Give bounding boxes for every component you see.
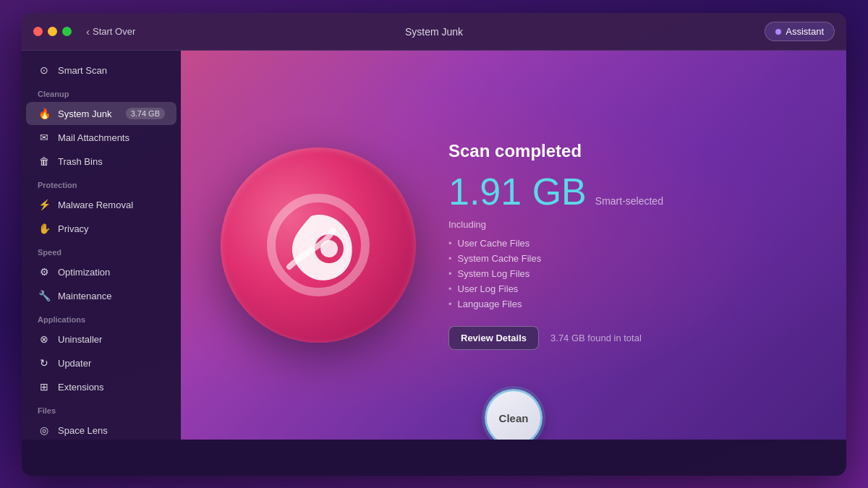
- sidebar-label-smart-scan: Smart Scan: [58, 65, 107, 76]
- maximize-button[interactable]: [62, 27, 72, 36]
- list-item: User Cache Files: [448, 236, 796, 251]
- assistant-dot-icon: [775, 29, 781, 35]
- chevron-left-icon: ‹: [86, 25, 90, 38]
- sidebar-item-maintenance[interactable]: 🔧 Maintenance: [26, 284, 176, 307]
- section-label-protection: Protection: [22, 174, 181, 192]
- content-row: Scan completed 1.91 GB Smart-selected In…: [181, 127, 846, 364]
- section-label-applications: Applications: [22, 308, 181, 327]
- traffic-lights: [33, 27, 72, 36]
- sidebar-label-mail: Mail Attachments: [58, 132, 129, 143]
- sidebar-item-extensions[interactable]: ⊞ Extensions: [26, 375, 176, 398]
- optimization-icon: ⚙: [38, 265, 51, 278]
- window-title: System Junk: [405, 26, 463, 38]
- list-item: System Log Files: [448, 266, 796, 281]
- app-logo-svg: [257, 184, 380, 307]
- titlebar: ‹ Start Over System Junk Assistant: [22, 13, 846, 51]
- extensions-icon: ⊞: [38, 380, 51, 393]
- back-label: Start Over: [93, 26, 135, 37]
- trash-icon: 🗑: [38, 155, 51, 168]
- sidebar-label-extensions: Extensions: [58, 382, 104, 393]
- sidebar-item-uninstaller[interactable]: ⊗ Uninstaller: [26, 328, 176, 351]
- back-button[interactable]: ‹ Start Over: [86, 25, 135, 38]
- list-item: Language Files: [448, 296, 796, 312]
- scan-size-row: 1.91 GB Smart-selected: [448, 173, 796, 210]
- section-label-files: Files: [22, 399, 181, 418]
- close-button[interactable]: [33, 27, 43, 36]
- list-item: System Cache Files: [448, 251, 796, 266]
- review-row: Review Details 3.74 GB found in total: [448, 326, 796, 350]
- sidebar-label-malware: Malware Removal: [58, 200, 133, 210]
- sidebar-item-trash-bins[interactable]: 🗑 Trash Bins: [26, 150, 176, 173]
- section-label-cleanup: Cleanup: [22, 82, 181, 101]
- sidebar-label-updater: Updater: [58, 358, 91, 369]
- app-icon: [221, 147, 416, 343]
- scan-completed-title: Scan completed: [448, 141, 796, 161]
- updater-icon: ↻: [38, 356, 51, 369]
- app-icon-wrap: [210, 137, 427, 354]
- scan-results: Scan completed 1.91 GB Smart-selected In…: [427, 127, 817, 364]
- scan-size-number: 1.91 GB: [448, 173, 587, 210]
- content-area: ⊙ Smart Scan Cleanup 🔥 System Junk 3.74 …: [22, 51, 846, 440]
- sidebar-item-system-junk[interactable]: 🔥 System Junk 3.74 GB: [26, 102, 176, 125]
- sidebar-item-updater[interactable]: ↻ Updater: [26, 351, 176, 374]
- sidebar-label-space-lens: Space Lens: [58, 425, 108, 436]
- maintenance-icon: 🔧: [38, 289, 51, 302]
- assistant-button[interactable]: Assistant: [765, 22, 835, 41]
- smart-scan-icon: ⊙: [38, 64, 51, 77]
- sidebar: ⊙ Smart Scan Cleanup 🔥 System Junk 3.74 …: [22, 51, 181, 440]
- main-window: ‹ Start Over System Junk Assistant ⊙ Sma…: [22, 13, 846, 476]
- privacy-icon: ✋: [38, 222, 51, 235]
- sidebar-item-space-lens[interactable]: ◎ Space Lens: [26, 419, 176, 440]
- malware-icon: ⚡: [38, 198, 51, 211]
- uninstaller-icon: ⊗: [38, 333, 51, 346]
- sidebar-label-trash: Trash Bins: [58, 156, 103, 167]
- sidebar-item-smart-scan[interactable]: ⊙ Smart Scan: [26, 59, 176, 82]
- sidebar-item-optimization[interactable]: ⚙ Optimization: [26, 260, 176, 283]
- assistant-label: Assistant: [786, 26, 824, 37]
- space-lens-icon: ◎: [38, 424, 51, 437]
- review-details-button[interactable]: Review Details: [448, 326, 539, 350]
- sidebar-label-maintenance: Maintenance: [58, 291, 111, 301]
- scan-size-label: Smart-selected: [595, 195, 663, 207]
- found-total-label: 3.74 GB found in total: [550, 333, 642, 343]
- clean-button-wrap: Clean: [485, 389, 542, 440]
- sidebar-item-mail-attachments[interactable]: ✉ Mail Attachments: [26, 126, 176, 149]
- minimize-button[interactable]: [48, 27, 57, 36]
- system-junk-badge: 3.74 GB: [126, 108, 165, 119]
- sidebar-label-privacy: Privacy: [58, 223, 89, 234]
- sidebar-label-uninstaller: Uninstaller: [58, 334, 102, 345]
- sidebar-item-malware-removal[interactable]: ⚡ Malware Removal: [26, 193, 176, 216]
- sidebar-label-system-junk: System Junk: [58, 108, 111, 119]
- main-panel: Scan completed 1.91 GB Smart-selected In…: [181, 51, 846, 440]
- sidebar-label-optimization: Optimization: [58, 267, 110, 278]
- bottom-strip: [22, 440, 846, 476]
- mail-icon: ✉: [38, 131, 51, 144]
- sidebar-item-privacy[interactable]: ✋ Privacy: [26, 217, 176, 240]
- section-label-speed: Speed: [22, 241, 181, 260]
- list-item: User Log Files: [448, 281, 796, 296]
- system-junk-icon: 🔥: [38, 107, 51, 120]
- clean-button[interactable]: Clean: [485, 389, 542, 440]
- including-label: Including: [448, 219, 796, 230]
- file-list: User Cache Files System Cache Files Syst…: [448, 236, 796, 312]
